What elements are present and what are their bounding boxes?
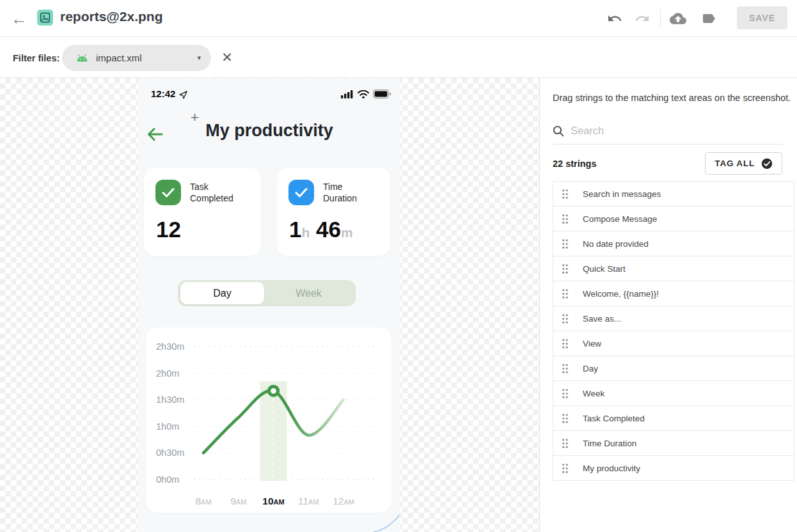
svg-text:2h0m: 2h0m [156,368,179,379]
svg-text:11AM: 11AM [298,496,319,506]
string-label: Time Duration [583,439,636,448]
svg-text:1h0m: 1h0m [156,421,179,432]
string-list-item[interactable]: Time Duration [553,430,794,456]
string-label: My productivity [583,464,640,473]
undo-icon [607,11,622,26]
editor-topbar: ← reports@2x.png SAVE [0,0,797,37]
tag-all-button[interactable]: TAG ALL [705,152,782,175]
page-title: reports@2x.png [60,9,163,24]
svg-text:2h30m: 2h30m [156,341,184,352]
phone-screen-title[interactable]: My productivity [138,121,400,141]
productivity-chart: 2h30m2h0m1h30m1h0m0h30m0h0m 8AM9AM10AM11… [146,327,391,513]
chevron-down-icon: ▾ [197,54,201,62]
string-list-item[interactable]: Task Completed [553,405,794,431]
drag-handle-icon[interactable] [562,413,569,424]
panel-instruction: Drag strings to the matching text areas … [553,93,791,103]
drag-handle-icon[interactable] [562,338,569,349]
string-list-item[interactable]: Quick Start [553,256,794,281]
hours-unit: h [301,225,310,240]
cloud-upload-icon [670,10,686,27]
selected-file-label: impact.xml [96,52,197,63]
drag-handle-icon[interactable] [562,239,569,249]
svg-text:0h0m: 0h0m [156,474,179,485]
drag-handle-icon[interactable] [562,263,569,274]
filter-files-label: Filter files: [13,53,59,63]
string-label: Task Completed [583,414,645,423]
statusbar-time: 12:42 [151,88,175,99]
drag-handle-icon[interactable] [562,438,569,449]
svg-text:1h30m: 1h30m [156,395,184,405]
upload-button[interactable] [669,10,687,27]
toolbar-divider [660,9,661,28]
string-label: Compose Message [583,214,657,224]
drag-handle-icon[interactable] [562,288,569,299]
string-list-item[interactable]: Compose Message [553,206,794,231]
clear-file-filter-button[interactable]: ✕ [219,50,235,65]
drag-handle-icon[interactable] [562,189,569,199]
string-list-item[interactable]: Week [553,380,794,406]
android-icon [76,54,88,62]
search-icon [553,125,564,137]
string-list-item[interactable]: No date provided [553,231,794,256]
strings-panel: Drag strings to the matching text areas … [539,78,797,532]
svg-text:0h30m: 0h30m [156,448,184,458]
redo-button[interactable] [633,10,651,27]
back-button[interactable]: ← [9,8,29,29]
task-completed-card: Task Completed 12 [144,168,261,256]
time-duration-value[interactable]: 1h 46m [289,217,353,242]
svg-text:12AM: 12AM [333,496,354,506]
tag-icon [701,11,716,26]
string-list-item[interactable]: Search in messages [553,181,794,207]
drag-handle-icon[interactable] [562,388,569,399]
toggle-day-segment[interactable]: Day [180,282,264,304]
drag-handle-icon[interactable] [562,363,569,374]
drag-handle-icon[interactable] [562,214,569,224]
battery-icon [373,90,391,98]
task-completed-value[interactable]: 12 [156,217,181,242]
back-arrow-icon: ← [11,9,28,29]
redo-icon [635,11,650,26]
minutes-value: 46 [316,217,341,242]
check-circle-icon [761,158,773,169]
string-list-item[interactable]: View [553,331,794,356]
svg-text:10AM: 10AM [262,496,284,506]
search-input[interactable] [571,125,783,137]
wifi-icon [358,90,369,98]
image-file-icon [37,10,53,26]
label-line2: Duration [323,193,357,203]
file-filter-select[interactable]: impact.xml ▾ [62,45,211,71]
string-label: Search in messages [583,189,661,199]
tag-button[interactable] [700,10,718,27]
string-label: Day [583,364,598,373]
string-label: Quick Start [583,264,626,274]
svg-text:8AM: 8AM [195,496,211,506]
transparency-canvas: 12:42 [0,78,539,532]
label-line1: Time [323,182,343,192]
label-line2: Completed [190,193,233,203]
green-check-icon [155,180,181,205]
drag-handle-icon[interactable] [562,313,569,324]
svg-text:9AM: 9AM [230,496,246,506]
string-list-item[interactable]: My productivity [553,455,794,481]
tag-all-label: TAG ALL [714,159,755,168]
save-button[interactable]: SAVE [737,6,787,29]
strings-count-label: 22 strings [553,159,597,169]
undo-button[interactable] [606,10,624,27]
decorative-curve [368,508,400,532]
blue-check-icon [288,180,314,205]
screenshot-editor: ← reports@2x.png SAVE Filter files: [0,0,797,532]
cellular-signal-icon [341,90,354,98]
minutes-unit: m [341,225,353,240]
string-label: Save as... [583,314,621,324]
productivity-chart-card: 2h30m2h0m1h30m1h0m0h30m0h0m 8AM9AM10AM11… [146,327,391,513]
string-list-item[interactable]: Welcome, {{name}}! [553,281,794,306]
string-list-item[interactable]: Save as... [553,306,794,331]
toggle-week-segment[interactable]: Week [264,282,353,304]
location-arrow-icon [179,90,187,102]
drag-handle-icon[interactable] [562,463,569,474]
task-completed-label[interactable]: Task Completed [190,182,233,204]
string-list-item[interactable]: Day [553,356,794,381]
label-line1: Task [190,182,209,192]
time-duration-label[interactable]: Time Duration [323,182,357,204]
day-week-toggle: Day Week [178,280,356,306]
